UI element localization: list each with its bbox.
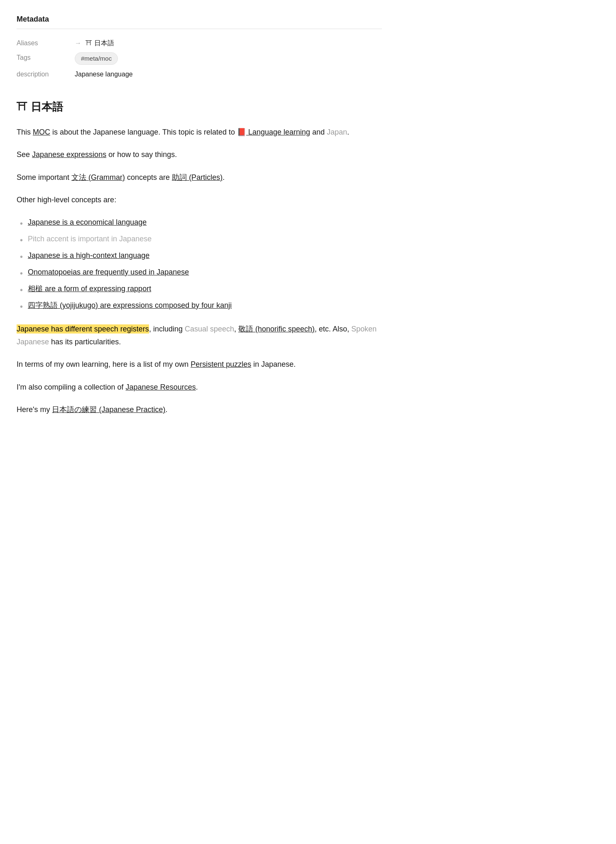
para8-pre: Here's my	[17, 405, 52, 414]
para8-end: .	[166, 405, 168, 414]
para6-pre: In terms of my own learning, here is a l…	[17, 360, 191, 368]
high-level-concepts-list: • Japanese is a economical language • Pi…	[17, 216, 382, 313]
bullet-dot-icon: •	[20, 234, 23, 246]
paragraph-persistent-puzzles: In terms of my own learning, here is a l…	[17, 358, 382, 371]
para7-end: .	[196, 383, 198, 391]
para5-end: , etc. Also,	[315, 325, 351, 333]
tag-badge[interactable]: #meta/moc	[75, 52, 118, 65]
list-item: • Japanese is a economical language	[20, 216, 382, 230]
para5-final: has its particularities.	[49, 338, 121, 346]
language-learning-link[interactable]: Language learning	[246, 128, 310, 136]
pitch-accent-text: Pitch accent is important in Japanese	[28, 233, 152, 245]
para7-pre: I'm also compiling a collection of	[17, 383, 126, 391]
alias-torii-icon: ⛩	[86, 39, 92, 47]
paragraph-japanese-expressions: See Japanese expressions or how to say t…	[17, 148, 382, 161]
list-item: • 四字熟語 (yojijukugo) are expressions comp…	[20, 299, 382, 313]
page-content: ⛩ 日本語 This MOC is about the Japanese lan…	[17, 98, 382, 416]
tags-label: Tags	[17, 50, 75, 67]
yojijukugo-link[interactable]: 四字熟語 (yojijukugo) are expressions compos…	[28, 299, 232, 312]
list-item: • Pitch accent is important in Japanese	[20, 233, 382, 246]
bullet-dot-icon: •	[20, 300, 23, 313]
para2-end: or how to say things.	[106, 150, 177, 159]
onomatopoeias-link[interactable]: Onomatopoeias are frequently used in Jap…	[28, 266, 189, 278]
aizuchi-link[interactable]: 相槌 are a form of expressing rapport	[28, 283, 151, 295]
para5-mid: , including	[149, 325, 185, 333]
paragraph-japanese-resources: I'm also compiling a collection of Japan…	[17, 381, 382, 394]
alias-text: 日本語	[94, 39, 114, 47]
metadata-row-tags: Tags #meta/moc	[17, 50, 382, 67]
description-label: description	[17, 67, 75, 82]
japanese-resources-link[interactable]: Japanese Resources	[126, 383, 196, 391]
paragraph-japanese-practice: Here's my 日本語の練習 (Japanese Practice).	[17, 403, 382, 416]
paragraph-moc-intro: This MOC is about the Japanese language.…	[17, 126, 382, 139]
metadata-table: Aliases → ⛩ 日本語 Tags #meta/moc descripti…	[17, 36, 382, 82]
japanese-expressions-link[interactable]: Japanese expressions	[32, 150, 106, 159]
japanese-practice-link[interactable]: 日本語の練習 (Japanese Practice)	[52, 405, 165, 414]
metadata-row-description: description Japanese language	[17, 67, 382, 82]
para1-pre: This	[17, 128, 33, 136]
para6-end: in Japanese.	[251, 360, 296, 368]
speech-registers-highlight: Japanese has different speech registers	[17, 324, 149, 334]
list-item: • Japanese is a high-context language	[20, 250, 382, 263]
alias-arrow-icon: →	[75, 39, 81, 47]
honorific-speech-link[interactable]: 敬語 (honorific speech)	[238, 325, 315, 333]
casual-speech-muted: Casual speech	[185, 325, 234, 333]
metadata-title: Metadata	[17, 13, 382, 29]
grammar-link[interactable]: 文法 (Grammar)	[71, 173, 125, 182]
paragraph-speech-registers: Japanese has different speech registers,…	[17, 323, 382, 348]
para5-comma: ,	[234, 325, 238, 333]
list-item: • Onomatopoeias are frequently used in J…	[20, 266, 382, 280]
metadata-row-aliases: Aliases → ⛩ 日本語	[17, 36, 382, 51]
particles-link[interactable]: 助詞 (Particles)	[172, 173, 222, 182]
paragraph-grammar: Some important 文法 (Grammar) concepts are…	[17, 171, 382, 184]
para1-mid: is about the Japanese language. This top…	[50, 128, 237, 136]
para3-mid: concepts are	[125, 173, 172, 182]
heading-torii-icon: ⛩	[17, 98, 27, 116]
paragraph-high-level: Other high-level concepts are:	[17, 194, 382, 206]
bullet-dot-icon: •	[20, 267, 23, 280]
page-heading: ⛩ 日本語	[17, 98, 382, 116]
para3-end: .	[222, 173, 225, 182]
moc-link[interactable]: MOC	[33, 128, 50, 136]
metadata-section: Metadata Aliases → ⛩ 日本語 Tags #meta/moc …	[17, 13, 382, 82]
para1-and: and	[310, 128, 327, 136]
bullet-dot-icon: •	[20, 217, 23, 230]
list-item: • 相槌 are a form of expressing rapport	[20, 283, 382, 296]
economical-language-link[interactable]: Japanese is a economical language	[28, 216, 147, 228]
aliases-value: → ⛩ 日本語	[75, 36, 382, 51]
para1-end: .	[347, 128, 349, 136]
para3-pre: Some important	[17, 173, 71, 182]
bullet-dot-icon: •	[20, 250, 23, 263]
aliases-label: Aliases	[17, 36, 75, 51]
book-icon: 📕	[237, 128, 246, 136]
bullet-dot-icon: •	[20, 284, 23, 296]
para2-pre: See	[17, 150, 32, 159]
heading-text: 日本語	[31, 98, 63, 116]
persistent-puzzles-link[interactable]: Persistent puzzles	[191, 360, 251, 368]
japan-link[interactable]: Japan	[327, 128, 347, 136]
description-value: Japanese language	[75, 67, 382, 82]
high-context-language-link[interactable]: Japanese is a high-context language	[28, 250, 149, 262]
para4-text: Other high-level concepts are:	[17, 196, 116, 204]
tags-value: #meta/moc	[75, 50, 382, 67]
